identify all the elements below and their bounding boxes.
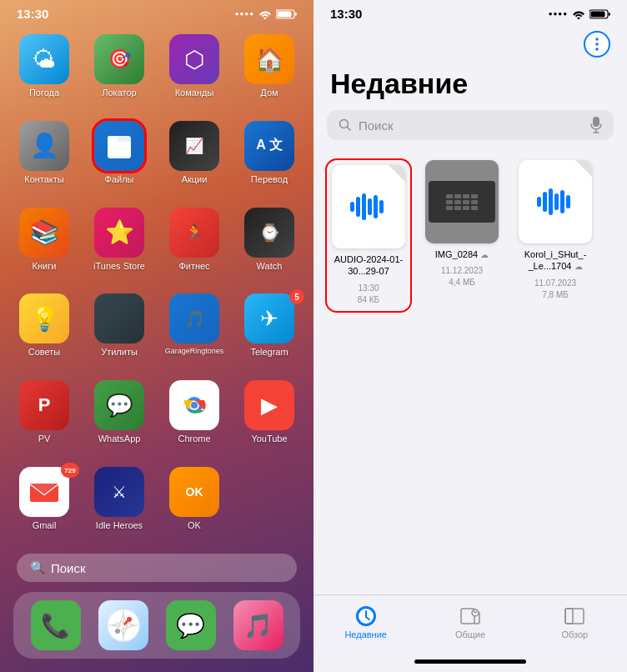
search-label-home: Поиск: [51, 561, 86, 575]
pv-label: PV: [38, 434, 51, 444]
svg-rect-33: [543, 192, 547, 212]
home-search-bar[interactable]: 🔍 Поиск: [17, 554, 297, 582]
file-audio-recent[interactable]: AUDIO-2024-01-30...29-07 13:30 84 КБ: [327, 160, 410, 311]
tips-icon: 💡: [19, 293, 69, 344]
svg-point-14: [127, 617, 132, 622]
app-youtube[interactable]: ▶ YouTube: [238, 380, 300, 454]
app-itunes[interactable]: ⭐ iTunes Store: [88, 208, 150, 281]
svg-rect-37: [566, 195, 570, 208]
audio-waveform-icon-2: [537, 185, 574, 218]
svg-rect-43: [565, 609, 584, 624]
telegram-badge: 5: [289, 289, 304, 304]
svg-line-22: [348, 128, 351, 131]
home-icon: 🏠: [244, 34, 294, 84]
whatsapp-label: WhatsApp: [98, 434, 141, 444]
app-translate[interactable]: A 文 Перевод: [238, 121, 300, 194]
commands-label: Команды: [175, 88, 214, 98]
app-books[interactable]: 📚 Книги: [13, 208, 75, 281]
app-gmail[interactable]: 729 Gmail: [13, 467, 75, 540]
home-label: Дом: [260, 88, 278, 98]
phone-app[interactable]: 📞: [31, 600, 81, 650]
weather-icon: 🌤: [19, 34, 69, 84]
utils-label: Утилиты: [101, 347, 138, 358]
tab-shared[interactable]: Общие: [418, 602, 522, 643]
contacts-label: Контакты: [24, 174, 64, 185]
app-ok[interactable]: OK OK: [163, 467, 225, 540]
svg-point-19: [595, 43, 599, 46]
weather-label: Погода: [29, 88, 59, 98]
files-grid: AUDIO-2024-01-30...29-07 13:30 84 КБ IMG…: [314, 153, 627, 381]
app-watch[interactable]: ⌚ Watch: [238, 208, 300, 281]
browse-tab-icon: [564, 605, 585, 627]
app-stocks[interactable]: 📈 Акции: [163, 121, 225, 194]
home-screen: 13:30 ●●●● 🌤 Погода 🎯 Локатор ⬡ Команды: [0, 0, 314, 672]
files-search-bar[interactable]: Поиск: [327, 110, 614, 140]
app-locator[interactable]: 🎯 Локатор: [88, 34, 150, 108]
app-fitness[interactable]: 🏃 Фитнес: [163, 208, 225, 281]
wifi-icon: [258, 9, 272, 19]
more-button[interactable]: [584, 31, 610, 58]
locator-icon: 🎯: [94, 34, 144, 84]
app-garage[interactable]: 🎵 GarageRingtones: [163, 293, 225, 367]
books-icon: 📚: [19, 208, 69, 258]
audio-meta: 13:30 84 КБ: [358, 283, 379, 306]
svg-point-20: [595, 48, 599, 51]
photo-meta: 11.12.2023 4,4 МБ: [441, 265, 483, 288]
file-audio-2[interactable]: Korol_i_SHut_-_Le...1704 ☁ 11.07.2023 7,…: [514, 160, 597, 301]
safari-app[interactable]: [98, 600, 148, 650]
mic-icon: [590, 117, 602, 133]
app-files[interactable]: Файлы: [88, 121, 150, 194]
translate-icon: A 文: [244, 121, 294, 171]
photo-thumb: [425, 160, 499, 243]
tab-recent[interactable]: Недавние: [314, 602, 418, 643]
tab-bar: Недавние Общие Обзор: [314, 594, 627, 659]
garage-label: GarageRingtones: [165, 347, 224, 356]
music-app[interactable]: 🎵: [233, 600, 283, 650]
svg-point-18: [595, 38, 599, 41]
garage-icon: 🎵: [169, 293, 219, 344]
locator-label: Локатор: [102, 88, 136, 98]
app-chrome[interactable]: Chrome: [163, 380, 225, 454]
file-photo[interactable]: IMG_0284 ☁ 11.12.2023 4,4 МБ: [420, 160, 504, 288]
battery-icon: [276, 9, 297, 19]
books-label: Книги: [33, 261, 57, 272]
svg-rect-29: [368, 198, 372, 215]
app-commands[interactable]: ⬡ Команды: [163, 34, 225, 108]
time-left: 13:30: [17, 7, 48, 21]
browse-tab-label: Обзор: [561, 629, 588, 639]
svg-rect-34: [549, 188, 553, 215]
battery-icon-right: [589, 9, 610, 19]
dots-icon: ●●●●: [235, 10, 254, 18]
idle-label: Idle Heroes: [96, 520, 143, 531]
shared-tab-label: Общие: [455, 629, 485, 639]
watch-label: Watch: [257, 261, 283, 272]
itunes-label: iTunes Store: [93, 261, 145, 272]
telegram-label: Telegram: [250, 347, 288, 358]
search-icon-home: 🔍: [30, 560, 46, 575]
messages-app[interactable]: 💬: [166, 600, 216, 650]
youtube-icon: ▶: [244, 380, 294, 430]
audio2-meta: 11.07.2023 7,8 МБ: [534, 278, 576, 301]
status-bar-right: 13:30 ●●●●: [314, 0, 627, 24]
app-whatsapp[interactable]: 💬 WhatsApp: [88, 380, 150, 454]
keyboard-keys: [446, 194, 478, 210]
audio-thumb-2: [519, 160, 592, 243]
fitness-label: Фитнес: [178, 261, 209, 272]
ok-icon: OK: [169, 467, 219, 517]
app-idle[interactable]: ⚔ Idle Heroes: [88, 467, 150, 540]
svg-rect-28: [362, 193, 366, 220]
svg-rect-31: [379, 200, 384, 213]
translate-label: Перевод: [251, 174, 288, 185]
audio-filename: AUDIO-2024-01-30...29-07: [332, 253, 405, 278]
tab-browse[interactable]: Обзор: [523, 602, 627, 643]
app-pv[interactable]: P PV: [13, 380, 75, 454]
app-weather[interactable]: 🌤 Погода: [13, 34, 75, 108]
app-home[interactable]: 🏠 Дом: [238, 34, 300, 108]
svg-rect-36: [560, 190, 564, 213]
app-telegram[interactable]: ✈ 5 Telegram: [238, 293, 300, 367]
app-grid: 🌤 Погода 🎯 Локатор ⬡ Команды 🏠 Дом 👤 Кон…: [0, 24, 314, 550]
telegram-icon: ✈: [244, 293, 294, 344]
app-utils[interactable]: Утилиты: [88, 293, 150, 367]
app-tips[interactable]: 💡 Советы: [13, 293, 75, 367]
app-contacts[interactable]: 👤 Контакты: [13, 121, 75, 194]
